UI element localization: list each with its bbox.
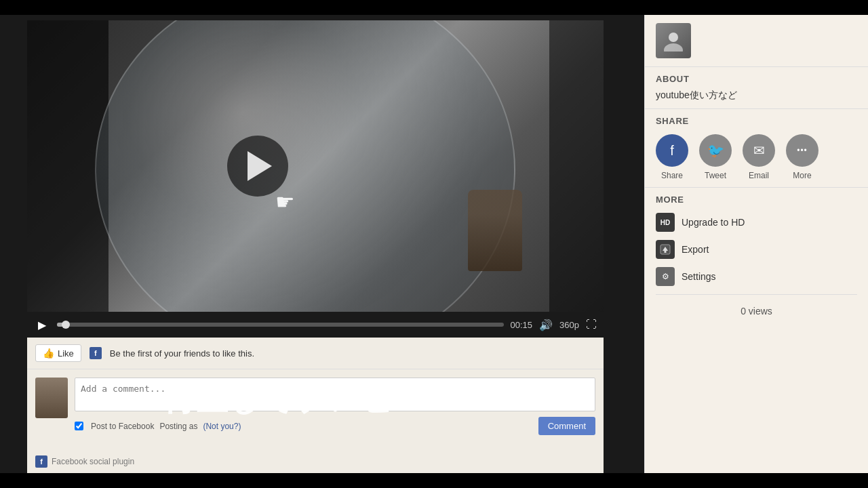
views-count: 0 views [656, 300, 857, 322]
share-facebook-button[interactable]: f Share [656, 134, 688, 180]
more-title: MORE [656, 195, 857, 205]
scene-overlay [27, 20, 604, 312]
glass-sphere [95, 20, 515, 312]
figure [468, 190, 522, 271]
comment-button[interactable]: Comment [538, 417, 595, 435]
dark-strip-right [549, 20, 604, 312]
upgrade-hd-label: Upgrade to HD [682, 217, 745, 228]
about-title: ABOUT [656, 74, 857, 84]
settings-label: Settings [682, 271, 716, 282]
email-label: Email [749, 171, 769, 180]
play-button-overlay[interactable] [227, 136, 288, 197]
friends-text: Be the first of your friends to like thi… [110, 348, 254, 359]
share-buttons: f Share 🐦 Tweet ✉ Email [656, 134, 857, 180]
settings-item[interactable]: ⚙ Settings [656, 267, 857, 286]
video-controls: ▶ 00:15 🔊 360p ⛶ [27, 312, 604, 338]
progress-dot [62, 321, 70, 329]
divider [656, 294, 857, 295]
email-icon-symbol: ✉ [753, 142, 765, 159]
twitter-share-icon: 🐦 [699, 134, 732, 167]
like-label: Like [58, 348, 74, 359]
more-section: MORE HD Upgrade to HD Export ⚙ Settings [645, 187, 868, 329]
facebook-icon-letter: f [670, 143, 674, 159]
share-facebook-label: Share [661, 171, 683, 180]
more-share-label: More [793, 171, 811, 180]
play-triangle-icon [248, 151, 272, 181]
fb-plugin-row: f Facebook social plugin [27, 450, 604, 473]
comment-input-area: 再生してプレビュー Post to Facebook Posting as (N… [75, 378, 595, 435]
fullscreen-button[interactable]: ⛶ [586, 319, 597, 331]
person-icon [663, 30, 684, 52]
more-share-button[interactable]: ••• More [786, 134, 818, 180]
svg-point-1 [664, 43, 683, 52]
comment-footer: Post to Facebook Posting as (Not you?) C… [75, 417, 595, 435]
settings-icon: ⚙ [656, 267, 675, 286]
about-text: youtube使い方など [656, 89, 857, 102]
sidebar-avatar [656, 23, 691, 58]
video-area: ☛ ▶ 00:15 🔊 360p ⛶ 👍 Like f Be the first… [0, 15, 644, 473]
tweet-label: Tweet [705, 171, 726, 180]
volume-icon[interactable]: 🔊 [539, 319, 553, 331]
svg-point-0 [669, 33, 678, 42]
comment-section: 再生してプレビュー Post to Facebook Posting as (N… [27, 369, 604, 450]
commenter-avatar [35, 378, 68, 418]
quality-button[interactable]: 360p [559, 320, 579, 330]
twitter-icon-symbol: 🐦 [707, 142, 724, 159]
share-title: SHARE [656, 116, 857, 126]
fb-plugin-label: Facebook social plugin [52, 457, 134, 466]
video-container: ☛ [27, 20, 604, 312]
top-bar [0, 0, 868, 15]
video-thumbnail: ☛ [27, 20, 604, 312]
email-share-icon: ✉ [743, 134, 775, 167]
progress-bar[interactable] [57, 323, 504, 327]
more-share-icon: ••• [786, 134, 818, 167]
facebook-share-icon: f [656, 134, 688, 167]
like-bar: 👍 Like f Be the first of your friends to… [27, 338, 604, 369]
export-icon [656, 240, 675, 259]
hd-icon: HD [656, 213, 675, 232]
comment-row: 再生してプレビュー Post to Facebook Posting as (N… [35, 378, 595, 435]
svg-rect-4 [665, 250, 667, 253]
sidebar: ABOUT youtube使い方など SHARE f Share 🐦 Tweet [644, 15, 868, 473]
sidebar-avatar-row [645, 15, 868, 66]
like-button[interactable]: 👍 Like [35, 344, 81, 362]
facebook-logo-icon: f [90, 347, 102, 359]
tweet-button[interactable]: 🐦 Tweet [699, 134, 732, 180]
export-arrow-icon [660, 244, 671, 255]
thumbs-up-icon: 👍 [43, 348, 54, 359]
main-content: ☛ ▶ 00:15 🔊 360p ⛶ 👍 Like f Be the first… [0, 15, 868, 473]
not-you-link[interactable]: (Not you?) [203, 422, 241, 431]
export-label: Export [682, 244, 709, 255]
share-section: SHARE f Share 🐦 Tweet ✉ [645, 108, 868, 187]
bottom-bar [0, 473, 868, 488]
posting-as-label: Posting as [159, 422, 197, 431]
post-to-fb-label: Post to Facebook [91, 422, 154, 431]
more-icon-symbol: ••• [797, 146, 808, 155]
time-display: 00:15 [511, 320, 533, 330]
play-button[interactable]: ▶ [34, 319, 50, 331]
post-to-facebook-checkbox[interactable] [75, 422, 83, 430]
export-item[interactable]: Export [656, 240, 857, 259]
upgrade-hd-item[interactable]: HD Upgrade to HD [656, 213, 857, 232]
email-button[interactable]: ✉ Email [743, 134, 775, 180]
comment-input[interactable] [75, 378, 595, 411]
about-section: ABOUT youtube使い方など [645, 66, 868, 108]
fb-plugin-logo-icon: f [35, 455, 47, 468]
